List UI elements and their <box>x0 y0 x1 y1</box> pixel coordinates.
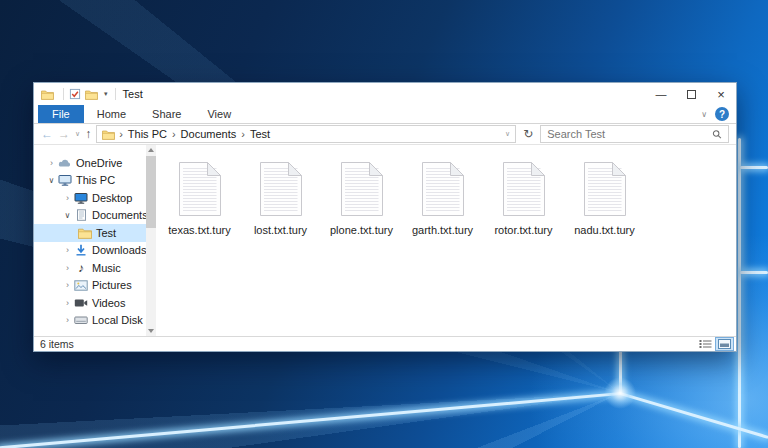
address-folder-icon <box>102 129 115 140</box>
download-icon <box>74 244 88 256</box>
large-icons-view-icon <box>718 339 731 349</box>
main-content: › OneDrive ∨ This PC › <box>34 145 736 336</box>
sidebar-item-local-disk-c[interactable]: › Local Disk (C:) <box>34 312 146 330</box>
ribbon-right-controls: ∨ ? <box>701 107 736 123</box>
sidebar-item-label: This PC <box>76 174 115 186</box>
sidebar-item-documents[interactable]: ∨ Documents <box>34 207 146 225</box>
forward-button[interactable]: → <box>58 128 70 140</box>
separator <box>115 88 116 100</box>
chevron-down-icon[interactable]: ∨ <box>47 176 56 185</box>
title-bar[interactable]: ▾ Test — × <box>34 83 736 105</box>
maximize-icon <box>687 90 696 99</box>
file-item[interactable]: texas.txt.tury <box>159 161 240 236</box>
chevron-right-icon[interactable]: › <box>63 263 72 273</box>
monitor-icon <box>58 174 72 186</box>
recent-locations-icon[interactable]: ∨ <box>75 130 80 138</box>
text-file-icon <box>340 161 384 217</box>
explorer-window: ▾ Test — × File Home Share View ∨ ? ← → … <box>33 82 737 352</box>
chevron-right-icon[interactable]: › <box>63 280 72 290</box>
sidebar-item-label: Music <box>92 262 121 274</box>
sidebar-item-music[interactable]: › ♪ Music <box>34 259 146 277</box>
file-item[interactable]: plone.txt.tury <box>321 161 402 236</box>
window-title: Test <box>123 88 143 100</box>
ribbon-tab-bar: File Home Share View ∨ ? <box>34 105 736 124</box>
sidebar-item-pictures[interactable]: › Pictures <box>34 277 146 295</box>
tab-file[interactable]: File <box>38 105 84 123</box>
sidebar-item-videos[interactable]: › Videos <box>34 294 146 312</box>
text-file-icon <box>421 161 465 217</box>
address-dropdown-icon[interactable]: ∨ <box>505 130 510 138</box>
wallpaper-beam-line <box>0 392 621 448</box>
chevron-right-icon[interactable]: › <box>63 315 72 325</box>
chevron-down-icon[interactable]: ∨ <box>63 211 72 220</box>
item-count: 6 items <box>40 338 74 350</box>
back-button[interactable]: ← <box>41 128 53 140</box>
help-icon[interactable]: ? <box>715 107 729 121</box>
sidebar-item-label: Pictures <box>92 279 132 291</box>
file-item[interactable]: garth.txt.tury <box>402 161 483 236</box>
file-name: nadu.txt.tury <box>574 224 635 236</box>
disk-icon <box>74 314 88 326</box>
sidebar-item-label: Desktop <box>92 192 132 204</box>
sidebar-item-onedrive[interactable]: › OneDrive <box>34 154 146 172</box>
refresh-icon[interactable]: ↻ <box>521 127 535 141</box>
breadcrumb-test[interactable]: Test <box>249 128 271 140</box>
breadcrumb-separator-icon: › <box>119 128 123 140</box>
file-item[interactable]: lost.txt.tury <box>240 161 321 236</box>
status-bar: 6 items <box>34 336 736 351</box>
close-button[interactable]: × <box>706 83 736 105</box>
scrollbar-thumb[interactable] <box>146 156 156 228</box>
document-icon <box>74 209 88 221</box>
large-icons-view-button[interactable] <box>715 337 734 351</box>
chevron-right-icon[interactable]: › <box>63 298 72 308</box>
chevron-right-icon[interactable]: › <box>63 193 72 203</box>
breadcrumb-this-pc[interactable]: This PC <box>127 128 168 140</box>
customize-quick-access-icon[interactable]: ▾ <box>104 90 108 98</box>
file-name: texas.txt.tury <box>168 224 230 236</box>
search-box[interactable] <box>540 125 729 143</box>
view-switcher <box>696 337 734 351</box>
picture-icon <box>74 279 88 291</box>
search-input[interactable] <box>547 128 711 140</box>
wallpaper-window-line-horizontal <box>740 166 768 169</box>
text-file-icon <box>178 161 222 217</box>
tab-share[interactable]: Share <box>139 105 194 123</box>
up-button[interactable]: ↑ <box>85 128 91 140</box>
minimize-button[interactable]: — <box>646 83 676 105</box>
breadcrumb-documents[interactable]: Documents <box>180 128 238 140</box>
minimize-ribbon-icon[interactable]: ∨ <box>701 110 707 119</box>
sidebar-item-label: Downloads <box>92 244 146 256</box>
sidebar-scrollbar[interactable] <box>146 145 156 336</box>
sidebar-item-label: OneDrive <box>76 157 122 169</box>
text-file-icon <box>502 161 546 217</box>
wallpaper-window-line-horizontal <box>740 271 768 274</box>
chevron-right-icon[interactable]: › <box>47 158 56 168</box>
properties-quick-access-icon[interactable] <box>69 88 81 100</box>
sidebar-item-this-pc[interactable]: ∨ This PC <box>34 172 146 190</box>
address-bar[interactable]: › This PC › Documents › Test ∨ <box>96 125 516 143</box>
scroll-down-icon[interactable] <box>146 326 156 336</box>
search-icon[interactable] <box>712 129 722 140</box>
maximize-button[interactable] <box>676 83 706 105</box>
navigation-bar: ← → ∨ ↑ › This PC › Documents › Test ∨ ↻ <box>34 124 736 145</box>
details-view-button[interactable] <box>696 337 715 351</box>
sidebar-item-desktop[interactable]: › Desktop <box>34 189 146 207</box>
window-folder-icon <box>41 89 54 100</box>
sidebar-item-label: Videos <box>92 297 125 309</box>
details-view-icon <box>699 339 712 349</box>
file-name: garth.txt.tury <box>412 224 473 236</box>
new-folder-quick-access-icon[interactable] <box>85 89 98 100</box>
wallpaper-window-line-vertical <box>738 138 741 448</box>
tab-home[interactable]: Home <box>84 105 139 123</box>
file-item[interactable]: nadu.txt.tury <box>564 161 645 236</box>
tab-view[interactable]: View <box>194 105 244 123</box>
file-item[interactable]: rotor.txt.tury <box>483 161 564 236</box>
video-icon <box>74 297 88 309</box>
sidebar-item-test[interactable]: Test <box>34 224 146 242</box>
sidebar-item-downloads[interactable]: › Downloads <box>34 242 146 260</box>
scroll-up-icon[interactable] <box>146 145 156 155</box>
chevron-right-icon[interactable]: › <box>63 245 72 255</box>
breadcrumb-separator-icon: › <box>172 128 176 140</box>
file-list[interactable]: texas.txt.tury lost.txt.tury plone.txt.t… <box>156 145 736 336</box>
desktop-icon <box>74 192 88 204</box>
